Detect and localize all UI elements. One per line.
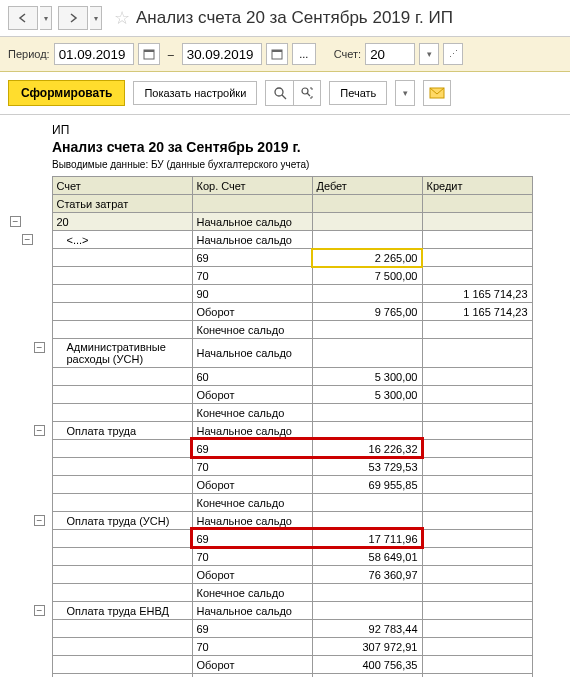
period-label: Период:	[8, 48, 50, 60]
account-label: Счет:	[334, 48, 361, 60]
cell-debit: 53 729,53	[312, 458, 422, 476]
cell-credit	[422, 386, 532, 404]
cell-credit	[422, 249, 532, 267]
cell-account	[52, 440, 192, 458]
period-picker-button[interactable]: ...	[292, 43, 316, 65]
table-row: 6916 226,32	[8, 440, 532, 458]
forward-button[interactable]	[58, 6, 88, 30]
cell-credit	[422, 584, 532, 602]
table-row: Оборот5 300,00	[8, 386, 532, 404]
search-icon[interactable]	[265, 80, 293, 106]
cell-corr: 70	[192, 458, 312, 476]
cell-credit	[422, 267, 532, 285]
cell-corr: Оборот	[192, 656, 312, 674]
cell-credit	[422, 548, 532, 566]
print-dropdown[interactable]: ▾	[395, 80, 415, 106]
table-row: 7053 729,53	[8, 458, 532, 476]
svg-line-5	[282, 95, 286, 99]
expand-icon[interactable]: −	[34, 425, 45, 436]
cell-corr: 90	[192, 285, 312, 303]
table-row: 707 500,00	[8, 267, 532, 285]
cell-corr: Начальное сальдо	[192, 602, 312, 620]
cell-corr: 70	[192, 638, 312, 656]
cell-account	[52, 494, 192, 512]
report-org: ИП	[8, 123, 570, 137]
cell-corr: 69	[192, 530, 312, 548]
col-account: Счет	[52, 177, 192, 195]
svg-rect-3	[272, 50, 282, 52]
cell-credit: 1 165 714,23	[422, 285, 532, 303]
action-toolbar: Сформировать Показать настройки Печать ▾	[0, 72, 570, 115]
email-icon[interactable]	[423, 80, 451, 106]
svg-rect-1	[144, 50, 154, 52]
cell-credit	[422, 530, 532, 548]
cell-credit	[422, 674, 532, 678]
favorite-star-icon[interactable]: ☆	[114, 7, 130, 29]
report-subtitle: Выводимые данные: БУ (данные бухгалтерск…	[8, 159, 570, 170]
back-dropdown[interactable]: ▾	[40, 6, 52, 30]
form-report-button[interactable]: Сформировать	[8, 80, 125, 106]
table-row: 7058 649,01	[8, 548, 532, 566]
expand-icon[interactable]: −	[10, 216, 21, 227]
cell-credit	[422, 602, 532, 620]
expand-icon[interactable]: −	[34, 342, 45, 353]
cell-debit: 16 226,32	[312, 440, 422, 458]
account-dropdown-button[interactable]: ▾	[419, 43, 439, 65]
svg-line-7	[307, 93, 310, 96]
print-button[interactable]: Печать	[329, 81, 387, 105]
back-button[interactable]	[8, 6, 38, 30]
cell-credit	[422, 638, 532, 656]
cell-corr: Конечное сальдо	[192, 584, 312, 602]
cell-credit	[422, 422, 532, 440]
cell-account	[52, 620, 192, 638]
cell-debit	[312, 494, 422, 512]
report-title: Анализ счета 20 за Сентябрь 2019 г.	[8, 139, 570, 155]
cell-debit: 5 300,00	[312, 368, 422, 386]
cell-corr: Оборот	[192, 303, 312, 321]
cell-debit: 9 765,00	[312, 303, 422, 321]
cell-account: Оплата труда ЕНВД	[52, 602, 192, 620]
cell-credit	[422, 440, 532, 458]
show-settings-button[interactable]: Показать настройки	[133, 81, 257, 105]
cell-credit	[422, 458, 532, 476]
cell-account	[52, 249, 192, 267]
expand-icon[interactable]: −	[34, 605, 45, 616]
date-to-input[interactable]	[182, 43, 262, 65]
cell-debit	[312, 213, 422, 231]
search-settings-icon[interactable]	[293, 80, 321, 106]
svg-point-4	[275, 88, 283, 96]
cell-credit	[422, 404, 532, 422]
cell-debit: 69 955,85	[312, 476, 422, 494]
expand-icon[interactable]: −	[22, 234, 33, 245]
table-row: −Оплата труда ЕНВДНачальное сальдо	[8, 602, 532, 620]
cell-credit: 1 165 714,23	[422, 303, 532, 321]
account-open-button[interactable]: ⋰	[443, 43, 463, 65]
calendar-from-icon[interactable]	[138, 43, 160, 65]
cell-credit	[422, 494, 532, 512]
cell-credit	[422, 368, 532, 386]
account-input[interactable]	[365, 43, 415, 65]
cell-corr: Конечное сальдо	[192, 494, 312, 512]
date-from-input[interactable]	[54, 43, 134, 65]
cell-debit: 7 500,00	[312, 267, 422, 285]
cell-debit	[312, 602, 422, 620]
table-row: 6917 711,96	[8, 530, 532, 548]
table-row: Оборот9 765,001 165 714,23	[8, 303, 532, 321]
cell-credit	[422, 213, 532, 231]
cell-debit	[312, 285, 422, 303]
cell-debit	[312, 422, 422, 440]
table-row: −<...>Начальное сальдо	[8, 231, 532, 249]
cell-corr: 60	[192, 368, 312, 386]
table-row: Конечное сальдо	[8, 404, 532, 422]
expand-icon[interactable]: −	[34, 515, 45, 526]
cell-debit	[312, 339, 422, 368]
forward-dropdown[interactable]: ▾	[90, 6, 102, 30]
cell-corr: Конечное сальдо	[192, 321, 312, 339]
cell-corr: 70	[192, 267, 312, 285]
cell-account	[52, 303, 192, 321]
cell-debit	[312, 674, 422, 678]
cell-corr: Конечное сальдо	[192, 674, 312, 678]
cell-account: Оплата труда	[52, 422, 192, 440]
calendar-to-icon[interactable]	[266, 43, 288, 65]
period-toolbar: Период: – ... Счет: ▾ ⋰	[0, 37, 570, 72]
